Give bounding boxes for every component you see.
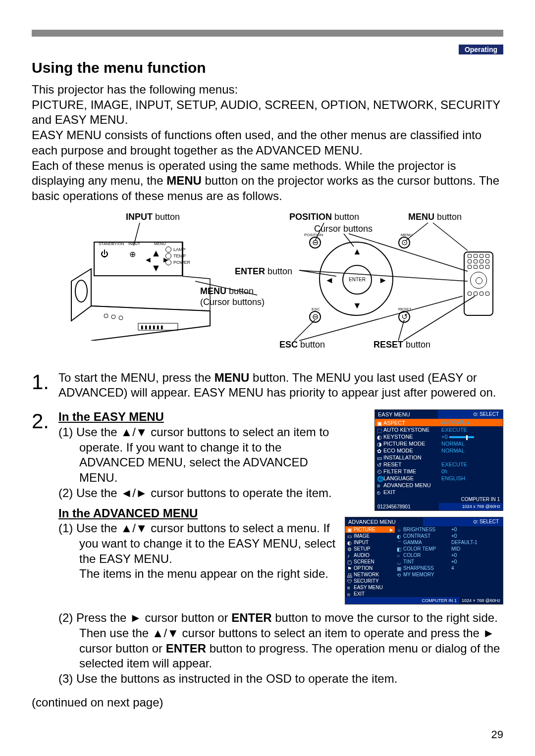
easy-menu-screenshot: EASY MENU ⊙: SELECT ▣ASPECT◂NORMAL▸⬚AUTO… xyxy=(374,409,503,511)
adv-menu-item-row: ☼BRIGHTNESS xyxy=(395,526,449,533)
adv-menu-value: +0 xyxy=(449,558,503,565)
svg-line-9 xyxy=(433,223,468,251)
intro-p2: PICTURE, IMAGE, INPUT, SETUP, AUDIO, SCR… xyxy=(32,98,503,128)
reset-corner: ↺ xyxy=(398,311,410,323)
adv-footer-res: 1024 × 768 @60Hz xyxy=(459,597,503,604)
advanced-menu-screenshot: ADVANCED MENU ⊙: SELECT ▣PICTURE▭IMAGE◐I… xyxy=(345,517,503,605)
enter-button-label: ENTER button xyxy=(235,266,292,277)
svg-text:▮▮▮▮▮▮: ▮▮▮▮▮▮ xyxy=(141,324,164,330)
adv-menu-value xyxy=(449,571,503,572)
easy-menu-row: 🌐LANGUAGEENGLISH xyxy=(375,475,503,482)
adv-menu-item-row: ◐CONTRAST xyxy=(395,533,449,539)
adv-menu-value: +0 xyxy=(449,526,503,533)
easy-menu-row: ↺RESETEXECUTE xyxy=(375,461,503,468)
easy-menu-row: ⬚AUTO KEYSTONEEXECUTE xyxy=(375,426,503,433)
step2-sub1: (1) Use the ▲/▼ cursor buttons to select… xyxy=(79,425,340,486)
remote-illustration xyxy=(464,252,493,316)
easy-footer-res: 1024 x 768 @60Hz xyxy=(439,503,503,510)
adv-menu-value: +0 xyxy=(449,552,503,558)
step-number-2: 2. xyxy=(32,409,56,687)
input-button-label: INPUT button xyxy=(126,212,180,222)
adv-menu-left-row: ▢SCREEN xyxy=(345,558,395,565)
adv-menu-value: +0 xyxy=(449,533,503,539)
svg-point-3 xyxy=(119,316,123,320)
step2-sub2: (2) Use the ◄/► cursor buttons to operat… xyxy=(79,486,340,501)
intro-p4: Each of these menus is operated using th… xyxy=(32,158,503,204)
easy-menu-heading: In the EASY MENU xyxy=(58,409,340,425)
remote-dpad: ENTER ▲ ▼ ◄ ► xyxy=(319,242,393,316)
adv-menu-item-row: ⟲MY MEMORY xyxy=(395,571,449,578)
adv-menu-left-row: 品NETWORK xyxy=(345,571,395,578)
svg-point-2 xyxy=(111,315,115,319)
continued-note: (continued on next page) xyxy=(32,696,503,709)
easy-menu-row: ≡ADVANCED MENU xyxy=(375,482,503,489)
step-number-1: 1. xyxy=(32,370,56,401)
adv-menu-left-row: 🛡SECURITY xyxy=(345,578,395,584)
dpad-menu-label: MENU xyxy=(401,233,413,237)
step2-adv-sub2: (2) Press the ► cursor button or ENTER b… xyxy=(79,610,503,671)
adv-menu-left-row: ◐INPUT xyxy=(345,539,395,546)
esc-corner: ⊖ xyxy=(309,311,321,323)
enter-center: ENTER xyxy=(342,265,372,295)
svg-point-0 xyxy=(75,280,87,302)
svg-point-1 xyxy=(104,314,108,318)
projector-illustration: STANDBY/ON INPUT MENU ⏻ ⊕ ▲ ▼ ◄ ► LAMP T… xyxy=(66,242,230,336)
intro-block: This projector has the following menus: … xyxy=(32,82,503,204)
intro-p3: EASY MENU consists of functions often us… xyxy=(32,128,503,158)
menu-corner: ⊙ xyxy=(398,237,410,249)
advanced-menu-heading: In the ADVANCED MENU xyxy=(58,506,340,521)
menu-button-label: MENU button xyxy=(408,212,462,222)
page-title: Using the menu function xyxy=(32,59,503,76)
easy-menu-row: ✿ECO MODENORMAL xyxy=(375,447,503,454)
adv-menu-value: MID xyxy=(449,546,503,552)
adv-menu-left-row: ⚙SETUP xyxy=(345,546,395,552)
step2-adv-sub1a: (1) Use the ▲/▼ cursor buttons to select… xyxy=(79,521,340,566)
easy-menu-row: ▭INSTALLATION xyxy=(375,454,503,461)
page-number: 29 xyxy=(491,728,503,741)
adv-menu-left-row: ▭IMAGE xyxy=(345,533,395,539)
adv-menu-item-row: ◧COLOR TEMP xyxy=(395,546,449,552)
easy-menu-row: ◑PICTURE MODENORMAL xyxy=(375,440,503,447)
adv-menu-item-row: ⌒GAMMA xyxy=(395,539,449,546)
step2-adv-sub3: (3) Use the buttons as instructed in the… xyxy=(79,671,503,687)
adv-menu-value: DEFAULT-1 xyxy=(449,539,503,546)
easy-menu-row: ▣ASPECT◂NORMAL▸ xyxy=(375,419,503,426)
dpad-esc-label: ESC xyxy=(312,307,320,311)
adv-footer-src: COMPUTER IN 1 xyxy=(420,597,460,604)
easy-footer-sn: 012345678901 xyxy=(375,503,439,510)
easy-menu-row: ◐KEYSTONE+0 xyxy=(375,433,503,440)
adv-menu-item-row: ◡TINT xyxy=(395,558,449,565)
adv-menu-value: 4 xyxy=(449,565,503,571)
dpad-position-label: POSITION xyxy=(304,233,323,237)
step-2: 2. In the EASY MENU (1) Use the ▲/▼ curs… xyxy=(32,409,503,687)
esc-button-label: ESC button xyxy=(279,340,325,350)
adv-menu-left-row: ≡EASY MENU xyxy=(345,584,395,591)
top-bar xyxy=(32,30,503,37)
easy-footer-src: COMPUTER IN 1 xyxy=(375,496,503,503)
adv-menu-item-row: ▦SHARPNESS xyxy=(395,565,449,571)
svg-line-15 xyxy=(294,320,315,341)
projector-body: ▮▮▮▮▮▮ xyxy=(66,242,225,341)
easy-menu-row: ⏲FILTER TIME0h xyxy=(375,468,503,475)
position-button-label: POSITION button xyxy=(289,212,359,222)
adv-menu-left-row: ♪AUDIO xyxy=(345,552,395,558)
diagram: INPUT button POSITION button MENU button… xyxy=(32,212,503,355)
adv-menu-left-row: ▣PICTURE xyxy=(345,526,395,533)
step-1: 1. To start the MENU, press the MENU but… xyxy=(32,370,503,401)
svg-line-17 xyxy=(398,320,404,341)
dpad-reset-label: RESET xyxy=(398,307,412,311)
svg-line-8 xyxy=(406,223,428,241)
easy-menu-row: ⎋EXIT xyxy=(375,489,503,496)
step2-adv-sub1b: The items in the menu appear on the righ… xyxy=(79,566,340,582)
adv-menu-item-row: ○COLOR xyxy=(395,552,449,558)
position-corner: ⊖ xyxy=(309,237,321,249)
intro-p1: This projector has the following menus: xyxy=(32,82,503,98)
reset-button-label: RESET button xyxy=(374,340,430,350)
adv-menu-left-row: ⚑OPTION xyxy=(345,565,395,571)
adv-menu-left-row: ⎋EXIT xyxy=(345,591,395,597)
section-badge: Operating xyxy=(459,45,503,54)
